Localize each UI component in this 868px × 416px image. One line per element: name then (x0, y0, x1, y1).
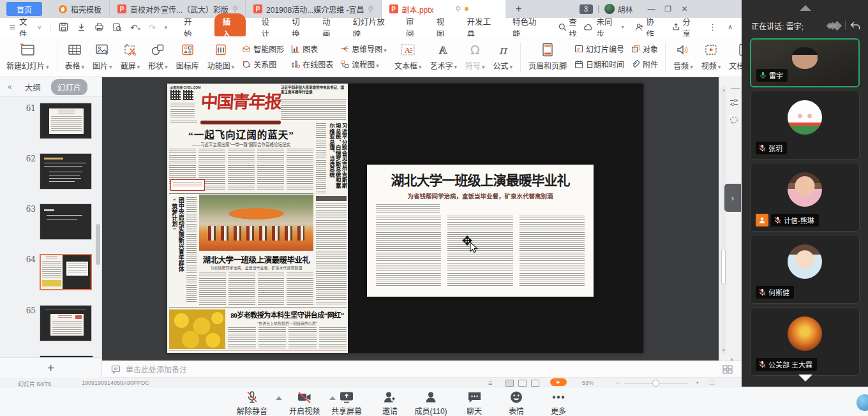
news-clipping[interactable]: 湖北大学一班级上演最暖毕业礼 为省钱帮同学治病，盒饭当毕业餐，矿泉水代替离别酒 (367, 165, 594, 297)
menu-animation[interactable]: 动画 (322, 15, 338, 40)
selection-lasso-icon[interactable] (729, 115, 739, 126)
flowchart-button[interactable]: 流程图 (340, 59, 387, 70)
share-button[interactable]: 分享 (672, 15, 698, 40)
mic-options-caret[interactable] (276, 396, 282, 400)
collapse-ribbon-icon[interactable]: ∧ (728, 24, 733, 31)
date-time-button[interactable]: 日期和时间 (574, 59, 624, 70)
slide-64[interactable]: 中青在线 CYOL.COM 中国青年报 习近平同老挝人民革命党中央总书记、国家主… (167, 84, 643, 353)
menu-slideshow[interactable]: 幻灯片放映 (353, 15, 391, 40)
start-video-button[interactable]: 开启视频 (285, 390, 324, 416)
unmute-button[interactable]: 解除静音 (232, 390, 272, 416)
menu-design[interactable]: 设计 (261, 15, 276, 40)
menu-start[interactable]: 开始 (184, 15, 199, 40)
participant-tile-zhangyue[interactable]: 张玥 (750, 91, 860, 160)
smart-graphic-button[interactable]: 智能图形 (242, 43, 284, 54)
tab-outline[interactable]: 大纲 (19, 79, 47, 95)
undo-icon[interactable]: ↶▾ (130, 23, 140, 32)
menu-view[interactable]: 视图 (437, 15, 452, 40)
vertical-scrollbar[interactable]: ▲ ▼ (721, 86, 726, 354)
online-chart-button[interactable]: 在线图表 (291, 59, 333, 70)
tab-slides[interactable]: 幻灯片 (51, 79, 88, 95)
scroll-participants-down-icon[interactable] (798, 375, 812, 382)
notes-bar[interactable]: 单击此处添加备注 (102, 360, 742, 378)
slide-number-button[interactable]: # 幻灯片编号 (574, 43, 624, 54)
function-diagram-button[interactable]: 功能图 (205, 42, 237, 71)
share-screen-button[interactable]: 共享屏幕 (327, 390, 366, 416)
back-arrow-icon[interactable] (850, 22, 860, 30)
slide-sorter-icon[interactable] (518, 380, 527, 387)
table-button[interactable]: 表格 (63, 42, 87, 71)
zoom-out-icon[interactable]: − (616, 380, 619, 386)
restore-button[interactable]: ❐ (660, 3, 677, 15)
tab-home[interactable]: 首页 (6, 2, 42, 16)
pin-icon[interactable]: ⚲ (456, 5, 461, 13)
toolbar-more-icon[interactable]: ▾ (164, 24, 167, 31)
attachment-button[interactable]: 附件 (631, 59, 658, 70)
scroll-down-icon[interactable]: ▼ (722, 348, 726, 352)
more-options-icon[interactable]: ⋮ (708, 23, 717, 31)
mindmap-button[interactable]: 思维导图 (340, 43, 387, 54)
icon-library-button[interactable]: 图标库 (174, 42, 202, 71)
relation-diagram-button[interactable]: 关系图 (242, 59, 284, 70)
avatar[interactable] (604, 4, 615, 14)
participant-tile-wangdalin[interactable]: 公关部 王大霖 (750, 307, 860, 376)
menu-transition[interactable]: 切换 (292, 15, 307, 40)
slideshow-play-button[interactable]: ▶ (550, 378, 567, 386)
picture-button[interactable]: 图片 (90, 42, 115, 71)
file-menu[interactable]: ≡ 文件 ∨ (9, 15, 41, 40)
slide-thumbnail-63[interactable] (40, 204, 92, 240)
notification-badge[interactable]: 3 (580, 4, 593, 14)
collapse-panel-handle[interactable]: › (724, 184, 741, 212)
scrollbar-thumb[interactable] (721, 249, 726, 285)
slide-thumbnail-61[interactable] (40, 103, 92, 139)
menu-review[interactable]: 审阅 (406, 15, 421, 40)
zoom-in-icon[interactable]: + (696, 380, 699, 386)
wordart-button[interactable]: A 艺术字 (427, 42, 460, 71)
shapes-button[interactable]: 形状 (146, 42, 170, 71)
slide-thumbnail-64-selected[interactable] (40, 254, 92, 290)
sidebar-scrollbar[interactable] (96, 224, 100, 265)
menu-devtools[interactable]: 开发工具 (467, 15, 498, 40)
chart-button[interactable]: 图表 (291, 43, 333, 54)
properties-sliders-icon[interactable] (729, 98, 739, 108)
video-button[interactable]: 视频 (699, 42, 724, 71)
invite-button[interactable]: 邀请 (370, 390, 410, 416)
new-slide-button[interactable]: 新建幻灯片 (4, 42, 52, 71)
newspaper-front-page[interactable]: 中青在线 CYOL.COM 中国青年报 习近平同老挝人民革命党中央总书记、国家主… (167, 84, 348, 353)
close-button[interactable]: ✕ (677, 3, 693, 15)
add-slide-button[interactable]: + (0, 357, 101, 378)
collapse-panel-icon[interactable]: « (8, 82, 12, 91)
pane-layout-icon[interactable] (722, 365, 733, 374)
audio-button[interactable]: 音频 (671, 42, 696, 71)
header-footer-button[interactable]: 页眉和页脚 (526, 42, 569, 71)
panel-collapse-up-icon[interactable] (800, 5, 811, 11)
pin-icon[interactable]: ⚲ (232, 5, 237, 13)
redo-icon[interactable]: ↷ (149, 23, 156, 32)
menu-special-features[interactable]: 特色功能 (513, 15, 543, 40)
print-icon[interactable] (94, 22, 104, 32)
more-button[interactable]: 更多 (539, 390, 578, 416)
find-button[interactable]: 查找 (558, 15, 585, 40)
fit-window-icon[interactable]: ⛶ (710, 379, 714, 387)
scroll-up-icon[interactable]: ▲ (722, 88, 726, 92)
save-icon[interactable] (59, 22, 68, 32)
textbox-button[interactable]: A 文本框 (392, 42, 424, 71)
user-name[interactable]: 胡林 (618, 4, 633, 15)
minimize-button[interactable]: — (643, 3, 660, 15)
zoom-slider-knob[interactable] (652, 380, 659, 387)
participant-tile-hesijian[interactable]: 何斯健 (750, 235, 860, 304)
pin-icon[interactable]: ⚲ (368, 5, 373, 13)
reading-view-icon[interactable] (531, 380, 539, 387)
emoji-button[interactable]: 表情 (497, 390, 536, 416)
tab-docer-templates[interactable]: 稻壳模板 (51, 0, 110, 18)
slide-thumbnail-65[interactable] (40, 305, 92, 341)
pane-drag-handle[interactable]: — (731, 82, 740, 93)
export-pdf-icon[interactable] (77, 22, 86, 32)
sync-status[interactable]: 未同步▾ (584, 15, 624, 40)
collaborate-button[interactable]: 协作 (635, 15, 661, 40)
notes-toggle-icon[interactable]: ≡ (488, 379, 492, 387)
video-tile-leiyu[interactable]: 雷宇 (750, 38, 860, 87)
formula-button[interactable]: π 公式 (491, 42, 516, 71)
members-button[interactable]: 成员(110) (411, 390, 451, 416)
print-preview-icon[interactable] (112, 22, 122, 32)
